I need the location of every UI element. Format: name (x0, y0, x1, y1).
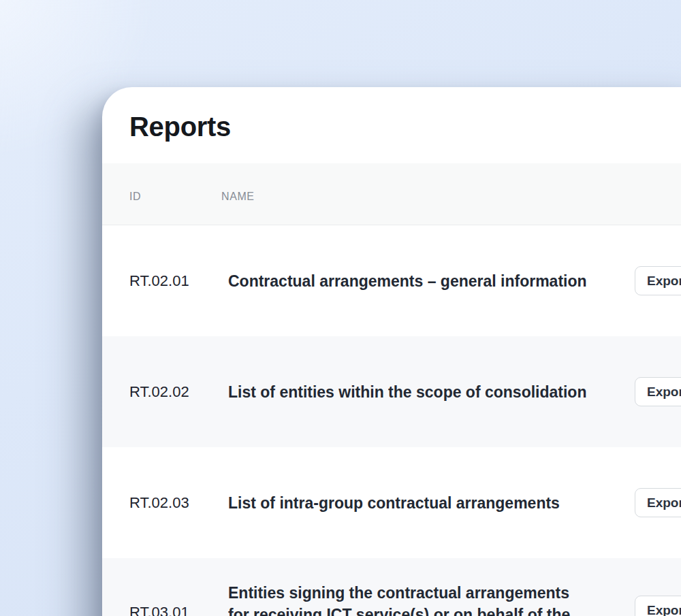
table-header-row: ID NAME (102, 163, 681, 225)
row-name-line: Entities signing the contractual arrange… (228, 582, 623, 604)
table-row: RT.02.02List of entities within the scop… (102, 336, 681, 447)
report-rows: RT.02.01Contractual arrangements – gener… (102, 225, 681, 616)
row-name-line: Contractual arrangements – general infor… (228, 270, 623, 292)
row-name-line: List of entities within the scope of con… (228, 381, 623, 403)
export-button[interactable]: Export (635, 596, 681, 616)
row-name: List of intra-group contractual arrangem… (221, 492, 623, 514)
row-name: List of entities within the scope of con… (221, 381, 623, 403)
row-id: RT.02.03 (129, 494, 221, 512)
row-name-line: for receiving ICT service(s) or on behal… (228, 604, 623, 616)
table-row: RT.02.01Contractual arrangements – gener… (102, 225, 681, 336)
reports-card: Reports ID NAME RT.02.01Contractual arra… (102, 87, 681, 616)
row-name: Contractual arrangements – general infor… (221, 270, 623, 292)
row-id: RT.03.01 (129, 604, 221, 616)
table-row: RT.02.03List of intra-group contractual … (102, 447, 681, 558)
row-name: Entities signing the contractual arrange… (221, 582, 623, 616)
column-header-id: ID (129, 191, 221, 203)
row-id: RT.02.02 (129, 383, 221, 401)
table-row: RT.03.01Entities signing the contractual… (102, 558, 681, 616)
row-id: RT.02.01 (129, 272, 221, 290)
page-title: Reports (129, 112, 231, 142)
column-header-name: NAME (221, 191, 255, 203)
export-button[interactable]: Export (635, 266, 681, 295)
row-name-line: List of intra-group contractual arrangem… (228, 492, 623, 514)
export-button[interactable]: Export (635, 377, 681, 406)
export-button[interactable]: Export (635, 488, 681, 517)
